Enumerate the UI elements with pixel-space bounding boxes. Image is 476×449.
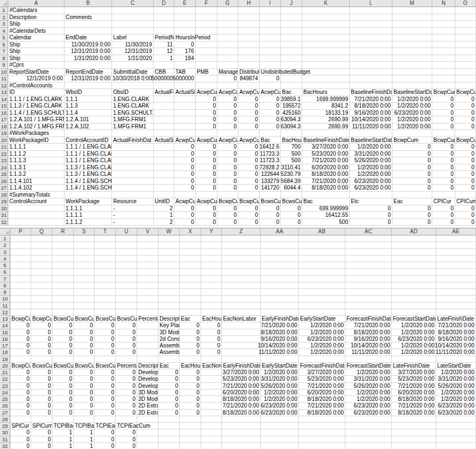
cell-R8[interactable] bbox=[52, 282, 74, 289]
cell-AC27[interactable]: 6/23/2020 0:00 bbox=[345, 410, 392, 416]
cell-G16[interactable]: 0 bbox=[218, 110, 238, 117]
cell-I18[interactable]: 0 bbox=[260, 123, 281, 131]
cell-I28[interactable] bbox=[260, 192, 281, 199]
cell-U22[interactable]: 0 bbox=[116, 376, 137, 382]
cell-O30[interactable]: 0 bbox=[455, 205, 476, 212]
cell-B11[interactable]: 12/31/2019 0:00 bbox=[64, 75, 112, 82]
cell-B26[interactable]: 1.1.4 / 1.ENG.SCHULTZ bbox=[64, 178, 112, 185]
cell-Q7[interactable] bbox=[31, 276, 52, 282]
cell-C8[interactable]: 1/31/2020 bbox=[112, 55, 154, 62]
cell-B24[interactable]: 1.1.3 / 1.ENG.CLARK bbox=[64, 164, 112, 172]
cell-P15[interactable]: 0 bbox=[10, 329, 31, 336]
cell-A9[interactable]: #Cprs bbox=[8, 62, 64, 69]
cell-W14[interactable]: Key Plans bbox=[158, 322, 180, 329]
cell-A22[interactable]: 1.1.1.2 bbox=[8, 151, 64, 158]
cell-Y25[interactable] bbox=[201, 396, 222, 403]
cell-AB32[interactable] bbox=[299, 443, 345, 449]
cell-U8[interactable] bbox=[116, 282, 137, 289]
cell-AE19[interactable] bbox=[436, 356, 476, 363]
cell-I16[interactable]: 0 bbox=[260, 110, 281, 117]
row-header-15[interactable]: 15 bbox=[0, 329, 10, 336]
cell-V23[interactable]: Develop bbox=[137, 383, 158, 389]
cell-L15[interactable]: 8/18/2020 0:00 bbox=[350, 103, 392, 110]
cell-J30[interactable]: 0 bbox=[281, 205, 302, 212]
cell-AE26[interactable]: 6/23/2020 0:00 bbox=[436, 403, 476, 409]
cell-Q16[interactable]: 0 bbox=[31, 336, 52, 342]
cell-X3[interactable] bbox=[180, 249, 201, 256]
cell-D16[interactable] bbox=[154, 110, 174, 117]
cell-AA9[interactable] bbox=[261, 289, 299, 296]
cell-N28[interactable] bbox=[432, 192, 455, 199]
cell-N22[interactable]: 0 bbox=[432, 151, 455, 158]
cell-M1[interactable] bbox=[392, 7, 432, 14]
cell-Z29[interactable] bbox=[222, 423, 261, 429]
cell-L31[interactable]: 0 bbox=[350, 212, 392, 219]
cell-F12[interactable] bbox=[196, 82, 218, 90]
cell-Q17[interactable]: 0 bbox=[31, 342, 52, 349]
cell-B17[interactable]: 1.2.A.101 bbox=[64, 116, 112, 123]
cell-J9[interactable] bbox=[281, 62, 302, 69]
cell-J21[interactable]: 700 bbox=[281, 144, 302, 151]
cell-Y31[interactable] bbox=[201, 436, 222, 443]
cell-AA8[interactable] bbox=[261, 282, 299, 289]
cell-Z10[interactable] bbox=[222, 296, 261, 302]
cell-AE6[interactable] bbox=[436, 269, 476, 275]
cell-X29[interactable] bbox=[180, 423, 201, 429]
row-header-7[interactable]: 7 bbox=[0, 48, 8, 55]
cell-B19[interactable] bbox=[64, 130, 112, 137]
cell-J16[interactable]: 425160 bbox=[281, 110, 302, 117]
column-header-I[interactable]: I bbox=[260, 0, 281, 7]
cell-E31[interactable]: 0 bbox=[174, 212, 196, 219]
cell-D4[interactable] bbox=[154, 28, 174, 35]
cell-S16[interactable]: 0 bbox=[74, 336, 95, 342]
row-header-32[interactable]: 32 bbox=[0, 443, 10, 449]
cell-V13[interactable]: Percenta bbox=[137, 316, 158, 322]
cell-E17[interactable] bbox=[174, 116, 196, 123]
row-header-5[interactable]: 5 bbox=[0, 34, 8, 42]
cell-Z21[interactable]: 3/27/2020 0:00 bbox=[222, 369, 261, 376]
cell-C9[interactable] bbox=[112, 62, 154, 69]
cell-V16[interactable] bbox=[137, 336, 158, 342]
cell-F1[interactable] bbox=[196, 7, 218, 14]
cell-AD27[interactable]: 8/18/2020 0:00 bbox=[392, 410, 436, 416]
cell-O31[interactable]: 0 bbox=[455, 212, 476, 219]
cell-AE20[interactable]: LateStartDate bbox=[436, 363, 476, 369]
cell-A14[interactable]: 1.1.1 / 1.ENG.CLARK bbox=[8, 96, 64, 103]
cell-F25[interactable]: 0 bbox=[196, 171, 218, 178]
cell-F26[interactable]: 0 bbox=[196, 178, 218, 185]
cell-V2[interactable] bbox=[137, 242, 158, 249]
cell-D11[interactable]: 5000000 bbox=[154, 75, 174, 82]
cell-AA19[interactable] bbox=[261, 356, 299, 363]
cell-AB14[interactable]: 1/2/2020 0:00 bbox=[299, 322, 345, 329]
cell-L28[interactable] bbox=[350, 192, 392, 199]
cell-L8[interactable] bbox=[350, 55, 392, 62]
cell-AE16[interactable]: 9/16/2020 0:00 bbox=[436, 336, 476, 342]
cell-A2[interactable]: Description bbox=[8, 14, 64, 21]
cell-T32[interactable]: 0 bbox=[95, 443, 116, 449]
cell-D29[interactable]: UnitID bbox=[154, 198, 174, 205]
cell-C7[interactable]: 12/31/2019 bbox=[112, 48, 154, 55]
cell-AA22[interactable]: 3/31/2020 0:00 bbox=[261, 376, 299, 382]
cell-X30[interactable] bbox=[180, 429, 201, 436]
cell-S19[interactable] bbox=[74, 356, 95, 363]
cell-G8[interactable] bbox=[218, 55, 238, 62]
cell-U5[interactable] bbox=[116, 262, 137, 269]
cell-B1[interactable] bbox=[64, 7, 112, 14]
cell-S9[interactable] bbox=[74, 289, 95, 296]
cell-B4[interactable] bbox=[64, 28, 112, 35]
cell-R14[interactable]: 0 bbox=[52, 322, 74, 329]
cell-N5[interactable] bbox=[432, 34, 455, 42]
cell-Y18[interactable]: 0 bbox=[201, 349, 222, 356]
cell-O4[interactable] bbox=[455, 28, 476, 35]
cell-J22[interactable]: 500 bbox=[281, 151, 302, 158]
cell-I4[interactable] bbox=[260, 28, 281, 35]
cell-L25[interactable]: 1/2/2020 0:00 bbox=[350, 171, 392, 178]
cell-I25[interactable]: 122644 bbox=[260, 171, 281, 178]
cell-Q21[interactable]: 0 bbox=[31, 369, 52, 376]
cell-E23[interactable]: 0 bbox=[174, 157, 196, 164]
cell-Q24[interactable]: 0 bbox=[31, 389, 52, 396]
cell-Y20[interactable]: EacNonLa bbox=[201, 363, 222, 369]
cell-X27[interactable]: 0 bbox=[180, 410, 201, 416]
cell-AC18[interactable]: 11/11/2020 0:00 bbox=[345, 349, 392, 356]
cell-I6[interactable] bbox=[260, 42, 281, 49]
